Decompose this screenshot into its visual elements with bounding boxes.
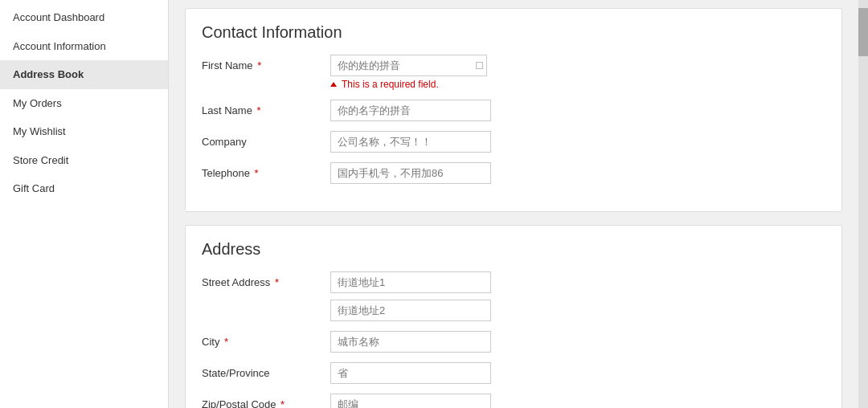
hint-icon: ☐ [475, 60, 484, 71]
address-card: Address Street Address * City * State/Pr… [185, 225, 842, 408]
telephone-row: Telephone * [202, 162, 825, 184]
telephone-input[interactable] [330, 162, 491, 184]
state-field [330, 362, 604, 384]
city-required-star: * [221, 336, 228, 348]
first-name-required-star: * [255, 59, 262, 71]
sidebar: Account Dashboard Account Information Ad… [0, 0, 169, 408]
state-label: State/Province [202, 362, 330, 379]
telephone-field [330, 162, 604, 184]
zip-input[interactable] [330, 394, 491, 408]
contact-section-title: Contact Information [202, 23, 825, 42]
company-label: Company [202, 131, 330, 148]
zip-row: Zip/Postal Code * [202, 394, 825, 408]
street-address-row: Street Address * [202, 271, 825, 321]
last-name-input[interactable] [330, 100, 491, 121]
main-content: Contact Information First Name * ☐ This … [169, 0, 858, 408]
sidebar-item-gift-card[interactable]: Gift Card [0, 174, 168, 203]
scrollbar-track[interactable] [858, 0, 868, 408]
sidebar-item-store-credit[interactable]: Store Credit [0, 146, 168, 175]
street-address-field [330, 271, 604, 321]
sidebar-item-my-wishlist[interactable]: My Wishlist [0, 117, 168, 146]
city-label: City * [202, 331, 330, 348]
last-name-required-star: * [254, 104, 261, 116]
zip-required-star: * [278, 398, 285, 408]
street-address-label: Street Address * [202, 271, 330, 288]
first-name-label: First Name * [202, 55, 330, 71]
street-address-line1-input[interactable] [330, 271, 491, 293]
city-field [330, 331, 604, 353]
street-required-star: * [272, 276, 279, 288]
last-name-field [330, 100, 604, 121]
first-name-row: First Name * ☐ This is a required field. [202, 55, 825, 90]
state-input[interactable] [330, 362, 491, 384]
company-field [330, 131, 604, 153]
scrollbar-thumb[interactable] [858, 8, 868, 56]
telephone-required-star: * [252, 167, 259, 179]
first-name-field: ☐ This is a required field. [330, 55, 604, 90]
first-name-error: This is a required field. [330, 79, 604, 90]
zip-field [330, 394, 604, 408]
last-name-row: Last Name * [202, 100, 825, 121]
company-row: Company [202, 131, 825, 153]
city-row: City * [202, 331, 825, 353]
last-name-label: Last Name * [202, 100, 330, 116]
sidebar-item-account-information[interactable]: Account Information [0, 32, 168, 61]
sidebar-item-account-dashboard[interactable]: Account Dashboard [0, 3, 168, 32]
first-name-input[interactable] [330, 55, 487, 76]
street-address-line2-input[interactable] [330, 300, 491, 321]
first-name-input-wrapper: ☐ [330, 55, 487, 76]
telephone-label: Telephone * [202, 162, 330, 179]
contact-information-card: Contact Information First Name * ☐ This … [185, 8, 842, 212]
city-input[interactable] [330, 331, 491, 353]
sidebar-item-address-book[interactable]: Address Book [0, 60, 168, 89]
company-input[interactable] [330, 131, 491, 153]
address-section-title: Address [202, 240, 825, 259]
state-row: State/Province [202, 362, 825, 384]
sidebar-item-my-orders[interactable]: My Orders [0, 89, 168, 118]
error-arrow-icon [330, 82, 337, 87]
zip-label: Zip/Postal Code * [202, 394, 330, 408]
